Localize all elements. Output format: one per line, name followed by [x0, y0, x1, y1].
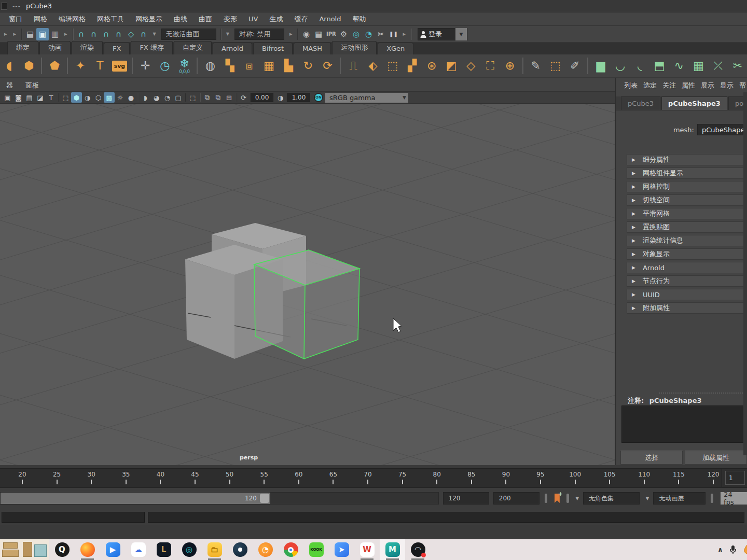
shaded-textured-icon[interactable]: ⬡ [93, 92, 104, 103]
shadows-icon[interactable]: ● [126, 92, 136, 103]
isolate-select-icon[interactable]: ⬚ [187, 92, 198, 103]
select-camera-icon[interactable]: ▣ [2, 92, 13, 103]
gamma-field[interactable]: 1.00 [287, 93, 310, 102]
mirror-cubes-icon[interactable]: ⧈ [240, 56, 259, 76]
platonic-solid-icon[interactable]: ⬟ [45, 56, 64, 76]
login-dropdown[interactable]: 登录 ▼ [418, 28, 467, 40]
scrollbar[interactable] [743, 92, 747, 455]
expand-arrow-icon[interactable]: ▶ [632, 198, 635, 203]
ae-menu-help-cut[interactable]: 帮 [739, 81, 747, 90]
ae-section-arnold[interactable]: ▶Arnold [627, 262, 747, 273]
paint-square-icon[interactable]: ▆ [591, 56, 610, 76]
taskbar-item-file-explorer[interactable]: 🗀 [202, 539, 227, 560]
flame-icon[interactable] [743, 544, 747, 555]
ae-section-smooth-mesh[interactable]: ▶平滑网格 [627, 208, 747, 219]
menu-mesh-display[interactable]: 网格显示 [130, 13, 168, 25]
menu-surfaces[interactable]: 曲面 [193, 13, 218, 25]
taskbar-item-onedrive[interactable]: ☁ [126, 539, 151, 560]
expand-arrow-icon[interactable]: ▶ [632, 171, 635, 176]
diamond-stack-icon[interactable]: ⬖ [364, 56, 382, 76]
time-slider-track[interactable]: 2025303540455055606570758085909510010511… [0, 469, 722, 487]
taskbar-item-lol[interactable]: L [151, 539, 176, 560]
symmetry-field[interactable]: 对称: 禁用 [234, 29, 284, 40]
ae-menu-display[interactable]: 显示 [720, 81, 738, 90]
shelf-tab-rendering[interactable]: 渲染 [72, 41, 103, 54]
shelf-tab-fx-caching[interactable]: FX 缓存 [131, 41, 173, 54]
ae-section-render-stats[interactable]: ▶渲染统计信息 [627, 235, 747, 246]
snap-view-plane-icon[interactable]: ◇ [125, 28, 137, 40]
expand-arrow-icon[interactable]: ▶ [632, 211, 635, 216]
svg-tool-icon[interactable]: svg [110, 56, 129, 76]
slider-handle-icon[interactable] [566, 494, 569, 503]
expand-arrow-icon[interactable]: ▶ [632, 238, 635, 243]
range-slider-track[interactable]: 120 [0, 492, 439, 505]
menu-deform[interactable]: 变形 [218, 13, 243, 25]
layered-sphere-icon[interactable]: ◍ [201, 56, 219, 76]
xray-joints-icon[interactable]: ⧉ [213, 92, 224, 103]
scissors-cut-icon[interactable]: ✂ [728, 56, 747, 76]
shelf-tab-motion-graphics[interactable]: 运动图形 [332, 41, 377, 54]
hypershade-icon[interactable]: ◎ [350, 28, 362, 40]
render-setup-icon[interactable]: ◔ [362, 28, 375, 40]
load-attributes-button[interactable]: 加载属性 [685, 451, 747, 465]
menu-generate[interactable]: 生成 [264, 13, 288, 25]
shelf-tab-mash[interactable]: MASH [294, 43, 331, 54]
ae-menu-focus[interactable]: 关注 [662, 81, 681, 90]
taskbar-item-obs[interactable]: ◠ [405, 539, 431, 560]
paint-cube-icon[interactable]: ⬒ [650, 56, 669, 76]
sphere-combine-icon[interactable]: ⬢ [20, 56, 38, 76]
expand-arrow-icon[interactable]: ▶ [632, 292, 635, 297]
menu-edit-mesh[interactable]: 编辑网格 [53, 13, 91, 25]
depth-peeling-icon[interactable]: ▢ [173, 92, 184, 103]
exposure-toggle-icon[interactable]: ⊟ [224, 92, 234, 103]
screen-ao-icon[interactable]: ◗ [140, 92, 151, 103]
select-button[interactable]: 选择 [620, 451, 683, 465]
current-frame-field[interactable]: 1 [725, 471, 745, 485]
light-editor-icon[interactable]: ✂ [375, 28, 387, 40]
star-primitive-icon[interactable]: ✦ [71, 56, 90, 76]
expand-arrow-icon[interactable]: ▶ [632, 157, 635, 162]
taskbar-item-iqiyi[interactable]: ◔ [253, 539, 278, 560]
taskbar-item[interactable] [0, 539, 49, 560]
collapse-arrow-icon[interactable]: ▸ [10, 31, 20, 37]
open-cube-icon[interactable]: ⬚ [383, 56, 402, 76]
half-square-icon[interactable]: ◩ [442, 56, 461, 76]
pinned-folder-preview[interactable] [0, 539, 49, 560]
render-current-frame-icon[interactable]: ▦ [312, 28, 325, 40]
lattice-grid-icon[interactable]: ▦ [260, 56, 279, 76]
ae-section-mesh-controls[interactable]: ▶网格控制 [627, 181, 747, 192]
freeze-origin-icon[interactable]: ❄0,0,0 [175, 56, 194, 76]
mesh-name-field[interactable]: pCubeShape3 [697, 124, 747, 135]
shelf-tab-fx[interactable]: FX [104, 43, 130, 54]
ae-menu-show[interactable]: 展示 [701, 81, 719, 90]
ae-section-mesh-component-display[interactable]: ▶网格组件显示 [627, 167, 747, 179]
chevron-down-icon[interactable]: ▼ [575, 496, 579, 501]
expand-arrow-icon[interactable]: ▶ [632, 251, 635, 257]
view-transform-dropdown[interactable]: sRGB gamma ▼ [325, 93, 408, 103]
camera-attrs-icon[interactable]: ▤ [24, 92, 35, 103]
viewport-3d-canvas[interactable]: persp [0, 104, 615, 465]
notes-textarea[interactable] [621, 405, 747, 443]
paint-membrane-icon[interactable]: ◡ [611, 56, 630, 76]
taskbar-item-chrome[interactable] [278, 539, 303, 560]
snap-projected-center-icon[interactable]: ∩ [113, 28, 125, 40]
fps-button[interactable]: 24 fps [721, 492, 747, 505]
expand-arrow-icon[interactable]: ▶ [632, 305, 635, 311]
xray-icon[interactable]: ⧉ [202, 92, 213, 103]
ae-menu-list[interactable]: 列表 [624, 81, 642, 90]
grid-corner-icon[interactable]: ▙ [279, 56, 298, 76]
ae-menu-attributes[interactable]: 属性 [682, 81, 700, 90]
ae-section-node-behavior[interactable]: ▶节点行为 [627, 275, 747, 287]
motion-blur-icon[interactable]: ◕ [151, 92, 162, 103]
taskbar-item-steam[interactable] [227, 539, 253, 560]
ae-section-subdivision[interactable]: ▶细分属性 [627, 154, 747, 165]
ae-section-object-display[interactable]: ▶对象显示 [627, 248, 747, 260]
shelf-tab-bifrost[interactable]: Bifrost [253, 43, 293, 54]
taskbar-item-firefox[interactable] [75, 539, 100, 560]
color-management-toggle[interactable]: ON [314, 93, 323, 102]
taskbar-item-maya[interactable]: M [380, 539, 405, 560]
node-pen-icon[interactable]: ✐ [565, 56, 584, 76]
menu-mesh-tools[interactable]: 网格工具 [91, 13, 130, 25]
collapse-arrow-icon[interactable]: ▸ [61, 31, 71, 37]
shaded-icon[interactable]: ⬢ [71, 92, 82, 103]
